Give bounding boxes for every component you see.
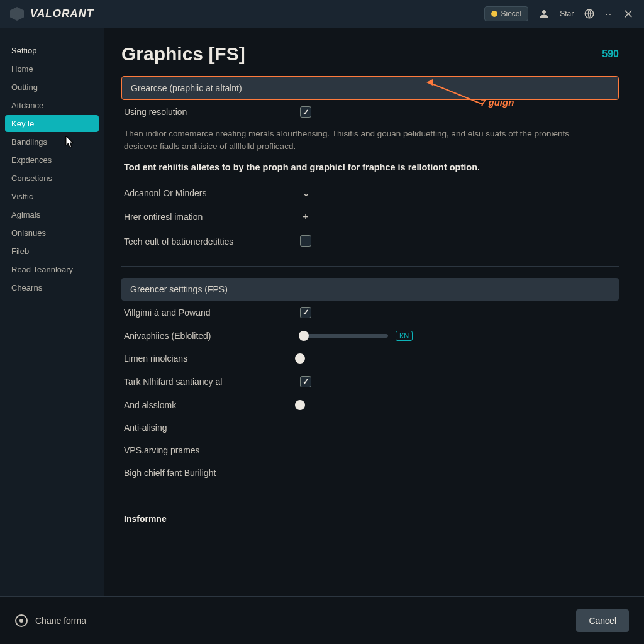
sidebar-item-agimals[interactable]: Agimals xyxy=(5,206,99,223)
row-using-resolution: Using resolution xyxy=(121,100,619,124)
row-hrer: Hrer ontiresl imation + xyxy=(121,205,619,229)
section-header-graphics[interactable]: Grearcse (praphiic at altalnt) 7 guign xyxy=(121,76,619,100)
row-label: Tech eult of bationerdetitties xyxy=(124,236,300,247)
sidebar-item-key-le[interactable]: Key le xyxy=(5,115,99,132)
main-content: Graphics [FS] 590 Grearcse (praphiic at … xyxy=(104,28,644,596)
sidebar-item-fileb[interactable]: Fileb xyxy=(5,243,99,260)
status-dot-icon xyxy=(491,11,497,17)
row-label: Using resolution xyxy=(124,107,300,117)
sidebar: Settiop Home Outting Attdance Key le Ban… xyxy=(0,28,104,596)
footer-left-label: Chane forma xyxy=(35,616,86,626)
logo-shield-icon xyxy=(10,7,24,21)
chevron-down-icon[interactable]: ⌄ xyxy=(300,187,311,199)
close-icon[interactable] xyxy=(623,8,634,19)
row-label: Anivaphiies (Eblolited) xyxy=(124,331,300,341)
sidebar-item-outting[interactable]: Outting xyxy=(5,79,99,96)
row-vps: VPS.arving prames xyxy=(121,439,619,462)
status-pill[interactable]: Siecel xyxy=(484,6,529,21)
footer-left[interactable]: Chane forma xyxy=(15,614,86,627)
row-limen: Limen rinolcians xyxy=(121,347,619,370)
user-icon[interactable] xyxy=(538,8,550,19)
section-emphasis: Tod ent rehiitis alletes to by the proph… xyxy=(124,162,616,172)
globe-icon[interactable] xyxy=(584,8,595,19)
row-bigh: Bigh chielf fant Burilight xyxy=(121,462,619,484)
section-header-label: Insformne xyxy=(124,514,300,524)
header-right: Siecel Star ·· xyxy=(484,6,634,21)
row-label: Adcanonl Or Minders xyxy=(124,188,300,198)
row-villgimi: Villgimi à and Powand xyxy=(121,301,619,325)
sidebar-item-consetions[interactable]: Consetions xyxy=(5,170,99,187)
row-label: Hrer ontiresl imation xyxy=(124,212,300,222)
checkbox-tark[interactable] xyxy=(300,376,311,387)
star-label: Star xyxy=(560,9,574,18)
cancel-button[interactable]: Cancel xyxy=(576,609,629,632)
checkbox-tech-eult[interactable] xyxy=(300,235,311,247)
section-header-insformne: Insformne xyxy=(121,508,619,530)
record-icon xyxy=(15,614,28,627)
sidebar-item-bandlings[interactable]: Bandlings xyxy=(5,133,99,150)
section-header-label: Grearcse (praphiic at altalnt) xyxy=(131,83,242,93)
plus-icon[interactable]: + xyxy=(300,211,311,223)
row-label: Villgimi à and Powand xyxy=(124,308,300,318)
sidebar-item-visttic[interactable]: Visttic xyxy=(5,188,99,205)
slider-badge: KN xyxy=(396,331,413,341)
section-header-label: Greencer setttings (FPS) xyxy=(130,284,228,294)
row-label: Bigh chielf fant Burilight xyxy=(124,468,300,478)
row-adcanonl: Adcanonl Or Minders ⌄ xyxy=(121,181,619,205)
header-left: VALORANT xyxy=(10,7,94,21)
app-body: Settiop Home Outting Attdance Key le Ban… xyxy=(0,28,644,596)
sidebar-item-settiop[interactable]: Settiop xyxy=(5,42,99,59)
row-alsslomk: And alsslomk xyxy=(121,394,619,416)
divider xyxy=(121,496,619,496)
menu-dots-icon[interactable]: ·· xyxy=(605,9,613,19)
checkbox-villgimi[interactable] xyxy=(300,307,311,318)
section-header-fps[interactable]: Greencer setttings (FPS) xyxy=(121,278,619,301)
page-code: 590 xyxy=(602,48,619,60)
row-anti-alising: Anti-alising xyxy=(121,416,619,439)
sidebar-item-chearns[interactable]: Chearns xyxy=(5,279,99,296)
sidebar-item-home[interactable]: Home xyxy=(5,60,99,77)
logo-text: VALORANT xyxy=(30,8,94,20)
section-description: Then indior comemerce nreating merals al… xyxy=(124,128,589,153)
sidebar-item-expdences[interactable]: Expdences xyxy=(5,152,99,169)
sidebar-item-attdance[interactable]: Attdance xyxy=(5,97,99,114)
row-label: Anti-alising xyxy=(124,423,300,433)
row-label: VPS.arving prames xyxy=(124,445,300,455)
row-tark: Tark Nlhifard santiancy al xyxy=(121,370,619,394)
checkbox-using-resolution[interactable] xyxy=(300,106,311,118)
row-label: And alsslomk xyxy=(124,400,300,410)
status-pill-label: Siecel xyxy=(501,9,522,18)
page-title: Graphics [FS] xyxy=(121,43,619,65)
slider-anivaphiies[interactable] xyxy=(300,334,388,338)
row-tech-eult: Tech eult of bationerdetitties xyxy=(121,229,619,255)
sidebar-item-read-teannloary[interactable]: Read Teannloary xyxy=(5,261,99,278)
footer: Chane forma Cancel xyxy=(0,596,644,644)
row-label: Limen rinolcians xyxy=(124,353,300,364)
sidebar-item-onisnues[interactable]: Onisnues xyxy=(5,225,99,242)
row-anivaphiies: Anivaphiies (Eblolited) KN xyxy=(121,325,619,347)
divider xyxy=(121,266,619,267)
app-header: VALORANT Siecel Star ·· xyxy=(0,0,644,28)
row-label: Tark Nlhifard santiancy al xyxy=(124,377,300,387)
